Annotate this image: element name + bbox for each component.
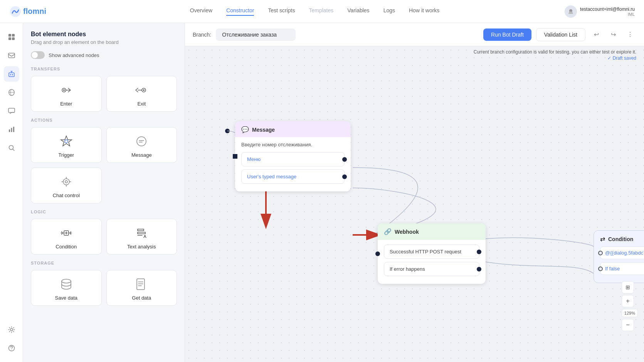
connector-lines — [185, 46, 644, 362]
svg-point-18 — [11, 350, 12, 350]
message-header-icon: 💬 — [241, 126, 249, 133]
run-bot-draft-button[interactable]: Run Bot Draft — [483, 28, 531, 41]
svg-rect-13 — [11, 128, 12, 132]
get-data-node-label: Get data — [132, 295, 151, 301]
nav-variables[interactable]: Variables — [347, 7, 369, 16]
webhook-flow-node[interactable]: 🔗 Webhook Successful HTTP POST request I… — [378, 223, 486, 284]
logo[interactable]: flomni — [9, 5, 46, 18]
svg-point-30 — [225, 129, 230, 133]
chat-control-node-card[interactable]: Chat control — [31, 168, 102, 203]
svg-point-9 — [12, 74, 13, 75]
icon-analytics[interactable] — [4, 122, 19, 137]
icon-search[interactable] — [4, 140, 19, 156]
nav-links: Overview Constructor Test scripts Templa… — [65, 7, 565, 16]
text-analysis-icon — [134, 225, 149, 241]
svg-rect-14 — [13, 127, 14, 132]
chat-control-node-label: Chat control — [53, 193, 80, 198]
nav-overview[interactable]: Overview — [190, 7, 212, 16]
toggle-label: Show advanced nodes — [49, 52, 99, 58]
message-flow-node[interactable]: 💬 Message Введите номер отслеживания. Ме… — [235, 121, 351, 191]
condition-expression-row[interactable]: @{{dialog.5fabdc7a4257 — [600, 246, 644, 259]
message-node-title: Message — [252, 127, 275, 133]
branch-input[interactable] — [216, 28, 296, 41]
webhook-body: Successful HTTP POST request If error ha… — [378, 240, 486, 284]
svg-point-23 — [65, 140, 68, 143]
zoom-in-button[interactable]: + — [622, 295, 634, 307]
redo-button[interactable]: ↪ — [607, 28, 619, 41]
icon-mail[interactable] — [4, 48, 19, 63]
nav-logs[interactable]: Logs — [383, 7, 395, 16]
trigger-node-card[interactable]: Trigger — [31, 127, 102, 163]
advanced-nodes-toggle[interactable] — [31, 51, 45, 59]
menu-row[interactable]: Меню — [241, 152, 345, 166]
svg-rect-7 — [9, 73, 14, 77]
condition-icon: ⇄ — [600, 235, 605, 243]
nav-constructor[interactable]: Constructor — [226, 7, 254, 16]
icon-brain[interactable] — [4, 85, 19, 100]
icon-bot[interactable] — [4, 66, 19, 82]
nav-test-scripts[interactable]: Test scripts — [268, 7, 295, 16]
validation-list-button[interactable]: Validation List — [536, 28, 585, 41]
branch-label: Branch: — [193, 32, 211, 38]
svg-rect-2 — [8, 34, 11, 37]
nav-how-it-works[interactable]: How it works — [409, 7, 439, 16]
condition-header: ⇄ Condition — [600, 235, 644, 243]
user-info: testaccount+iml@flomni.ru IML — [565, 5, 635, 18]
svg-point-28 — [62, 279, 71, 283]
get-data-node-card[interactable]: Get data — [106, 270, 177, 306]
svg-rect-11 — [8, 108, 15, 112]
http-post-row[interactable]: Successful HTTP POST request — [384, 245, 479, 259]
main-layout: Bot element nodes Drag and drop an eleme… — [0, 23, 644, 362]
condition-flow-node[interactable]: ⇄ Condition @{{dialog.5fabdc7a4257 If fa… — [594, 230, 644, 283]
svg-rect-12 — [9, 129, 10, 132]
transfers-grid: Enter Exit — [31, 76, 177, 112]
top-navigation: flomni Overview Constructor Test scripts… — [0, 0, 644, 23]
chat-control-icon — [59, 174, 74, 189]
exit-node-label: Exit — [137, 101, 146, 107]
svg-rect-4 — [8, 37, 11, 40]
icon-settings[interactable] — [4, 322, 19, 337]
svg-rect-29 — [137, 279, 145, 290]
message-node-label: Message — [131, 152, 152, 158]
text-analysis-node-card[interactable]: Text analysis — [106, 219, 177, 255]
condition-false-row[interactable]: If false — [600, 262, 644, 275]
message-node-header: 💬 Message — [235, 121, 351, 137]
typed-message-row[interactable]: User's typed message — [241, 169, 345, 184]
svg-point-24 — [137, 137, 146, 146]
condition-node-label: Condition — [55, 244, 77, 250]
enter-node-label: Enter — [60, 101, 72, 107]
icon-bar — [0, 23, 23, 362]
message-icon — [134, 134, 149, 149]
webhook-icon: 🔗 — [384, 228, 392, 235]
trigger-node-label: Trigger — [58, 152, 74, 158]
icon-chat[interactable] — [4, 103, 19, 119]
sidebar: Bot element nodes Drag and drop an eleme… — [23, 23, 185, 362]
icon-grid[interactable] — [4, 29, 19, 45]
trigger-icon — [59, 134, 74, 149]
more-options-button[interactable]: ⋮ — [624, 28, 636, 41]
icon-help[interactable] — [4, 340, 19, 356]
left-connector — [233, 154, 237, 159]
undo-button[interactable]: ↩ — [590, 28, 602, 41]
user-email: testaccount+iml@flomni.ru — [580, 7, 635, 12]
svg-point-16 — [10, 328, 13, 331]
fit-screen-button[interactable]: ⊞ — [622, 281, 634, 293]
svg-point-20 — [63, 89, 65, 91]
enter-node-card[interactable]: Enter — [31, 76, 102, 112]
svg-point-8 — [10, 74, 11, 75]
error-row[interactable]: If error happens — [384, 262, 479, 276]
actions-grid: Trigger Message Chat control — [31, 127, 177, 203]
enter-icon — [59, 82, 74, 98]
logic-grid: Condition Text analysis — [31, 219, 177, 255]
logic-section-label: LOGIC — [31, 209, 177, 214]
http-post-dot — [477, 250, 481, 254]
save-data-node-card[interactable]: Save data — [31, 270, 102, 306]
condition-node-card[interactable]: Condition — [31, 219, 102, 255]
nav-templates[interactable]: Templates — [309, 7, 333, 16]
message-node-card[interactable]: Message — [106, 127, 177, 163]
exit-node-card[interactable]: Exit — [106, 76, 177, 112]
svg-point-26 — [65, 181, 67, 183]
webhook-left-connector — [375, 251, 380, 256]
draft-saved: ✓ Draft saved — [607, 55, 636, 61]
zoom-out-button[interactable]: − — [622, 319, 634, 331]
